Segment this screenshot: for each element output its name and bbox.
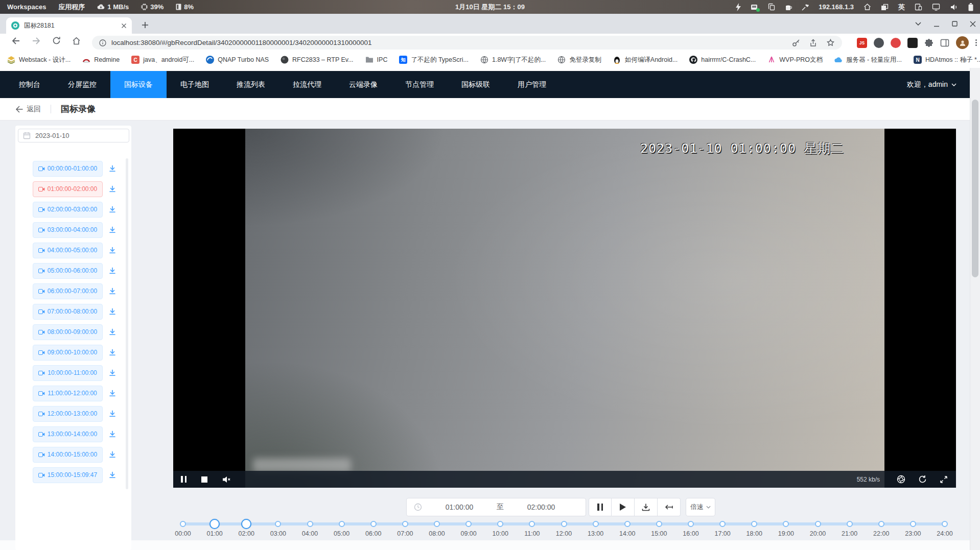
bookmark-item[interactable]: IPC (365, 56, 388, 64)
page-scrollbar[interactable] (970, 68, 980, 550)
rewind-button[interactable] (658, 498, 681, 516)
workspace-switcher-icon[interactable] (881, 4, 889, 11)
video-player[interactable]: 2023-01-10 01:00:00 星期二 552 kb/s (173, 129, 956, 488)
side-panel-icon[interactable] (940, 39, 949, 47)
bookmark-item[interactable]: RFC2833 – RTP Ev... (281, 56, 354, 64)
player-pause-button[interactable] (181, 476, 186, 483)
browser-tab[interactable]: 国标28181 (6, 17, 132, 34)
nav-item-8[interactable]: 节点管理 (391, 71, 448, 98)
scrollbar-thumb[interactable] (972, 100, 978, 277)
play-button[interactable] (612, 498, 635, 516)
nav-item-10[interactable]: 用户管理 (504, 71, 560, 98)
recording-segment-button[interactable]: 09:00:00-10:00:00 (33, 345, 103, 361)
bookmark-item[interactable]: NHDAtmos :: 种子 *... (914, 56, 980, 64)
workspaces-button[interactable]: Workspaces (7, 3, 46, 11)
volume-muted-icon[interactable] (222, 476, 231, 483)
nav-item-6[interactable]: 拉流代理 (279, 71, 335, 98)
window-minimize-button[interactable] (934, 21, 940, 27)
nav-item-5[interactable]: 推流列表 (223, 71, 279, 98)
nav-item-7[interactable]: 云端录像 (335, 71, 391, 98)
download-recording-button[interactable] (108, 287, 116, 295)
player-stop-button[interactable] (201, 476, 207, 483)
battery-icon[interactable] (968, 3, 974, 11)
password-key-icon[interactable] (792, 39, 800, 47)
pause-button[interactable] (589, 498, 612, 516)
download-recording-button[interactable] (108, 389, 116, 397)
recording-segment-button[interactable]: 11:00:00-12:00:00 (33, 386, 103, 401)
bookmark-item[interactable]: WVP-PRO文档 (767, 56, 823, 64)
home-icon[interactable] (864, 3, 871, 11)
nav-item-9[interactable]: 国标级联 (448, 71, 504, 98)
time-range-picker[interactable]: 01:00:00 至 02:00:00 (406, 498, 586, 516)
download-recording-button[interactable] (108, 307, 116, 316)
download-recording-button[interactable] (108, 369, 116, 377)
bolt-icon[interactable] (736, 3, 741, 11)
bookmark-item[interactable]: 免登录复制 (557, 56, 601, 64)
forward-icon[interactable] (32, 37, 41, 45)
recording-segment-button[interactable]: 07:00:00-08:00:00 (33, 304, 103, 320)
input-method-indicator[interactable]: 英 (898, 3, 905, 12)
download-recording-button[interactable] (108, 267, 116, 275)
tab-close-icon[interactable] (121, 23, 127, 29)
recording-segment-button[interactable]: 02:00:00-03:00:00 (33, 202, 103, 218)
recording-segment-button[interactable]: 14:00:00-15:00:00 (33, 447, 103, 463)
phone-link-icon[interactable] (915, 3, 922, 11)
window-maximize-button[interactable] (952, 21, 958, 27)
recording-segment-button[interactable]: 01:00:00-02:00:00 (33, 181, 103, 197)
recording-segment-button[interactable]: 04:00:00-05:00:00 (33, 243, 103, 258)
timeline-slider[interactable]: 00:0001:0002:0003:0004:0005:0006:0007:00… (183, 516, 945, 546)
download-recording-button[interactable] (108, 164, 116, 173)
url-text[interactable]: localhost:38080/#/gbRecordDetail/3402000… (111, 39, 787, 46)
range-end-input[interactable]: 02:00:00 (504, 503, 578, 511)
nav-item-2[interactable]: 分屏监控 (54, 71, 110, 98)
range-start-input[interactable]: 01:00:00 (422, 503, 497, 511)
address-bar[interactable]: localhost:38080/#/gbRecordDetail/3402000… (92, 36, 842, 50)
display-icon[interactable] (932, 3, 940, 11)
bookmarks-overflow-icon[interactable]: » (963, 56, 967, 64)
nav-item-3[interactable]: 国标设备 (110, 71, 167, 98)
nav-item-4[interactable]: 电子地图 (167, 71, 223, 98)
video-surface[interactable] (245, 129, 884, 488)
download-recording-button[interactable] (108, 328, 116, 336)
bookmark-star-icon[interactable] (826, 38, 835, 47)
adblock-extension-icon[interactable] (891, 38, 901, 48)
recording-segment-button[interactable]: 13:00:00-14:00:00 (33, 426, 103, 442)
beverage-icon[interactable] (785, 4, 792, 11)
tab-search-icon[interactable] (915, 22, 921, 26)
bookmark-item[interactable]: QNAP Turbo NAS (206, 56, 269, 64)
recording-segment-button[interactable]: 03:00:00-04:00:00 (33, 222, 103, 238)
download-button[interactable] (635, 498, 658, 516)
bookmark-item[interactable]: 知了不起的 TypeScri... (399, 56, 469, 64)
bookmark-item[interactable]: Redmine (82, 56, 120, 64)
sidebar-scrollbar[interactable] (126, 158, 128, 489)
bookmark-item[interactable]: 1.8W字|了不起的... (480, 56, 546, 64)
date-picker-input[interactable]: 2023-01-10 (18, 129, 129, 142)
volume-icon[interactable] (950, 4, 958, 11)
profile-avatar[interactable] (956, 36, 969, 49)
applications-menu-button[interactable]: 应用程序 (58, 3, 85, 12)
window-close-button[interactable] (970, 21, 976, 27)
new-tab-button[interactable] (138, 18, 152, 32)
dark-extension-icon[interactable] (907, 38, 918, 48)
back-icon[interactable] (11, 37, 20, 45)
download-recording-button[interactable] (108, 450, 116, 459)
download-recording-button[interactable] (108, 430, 116, 438)
js-extension-icon[interactable]: JS (857, 38, 867, 48)
snapshot-shutter-icon[interactable] (897, 475, 905, 484)
bookmark-item[interactable]: hairrrrr/C-CrashC... (689, 56, 756, 64)
recording-segment-button[interactable]: 05:00:00-06:00:00 (33, 263, 103, 279)
download-recording-button[interactable] (108, 410, 116, 418)
keepass-extension-icon[interactable] (874, 38, 884, 48)
bookmark-item[interactable]: 如何编译Android... (613, 56, 678, 64)
nav-item-1[interactable]: 控制台 (5, 71, 54, 98)
browser-home-icon[interactable] (72, 37, 81, 45)
share-icon[interactable] (809, 39, 817, 47)
recording-segment-button[interactable]: 08:00:00-09:00:00 (33, 324, 103, 340)
download-recording-button[interactable] (108, 226, 116, 234)
recording-segment-button[interactable]: 12:00:00-13:00:00 (33, 406, 103, 422)
user-menu[interactable]: 欢迎，admin (907, 80, 956, 89)
recording-segment-button[interactable]: 10:00:00-11:00:00 (33, 365, 103, 381)
refresh-icon[interactable] (918, 475, 927, 484)
color-picker-icon[interactable] (802, 4, 809, 11)
clock[interactable]: 1月10日 星期二 15：09 (455, 3, 525, 12)
